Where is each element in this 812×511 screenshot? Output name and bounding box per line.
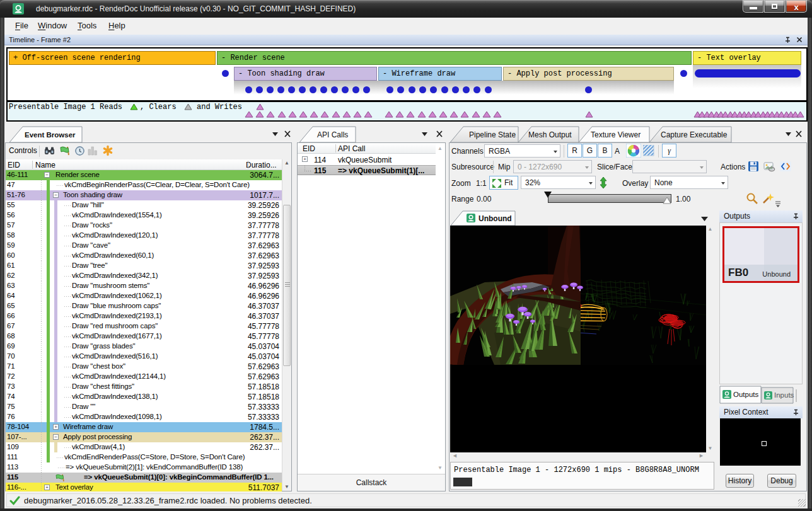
svg-text:Capture Executable: Capture Executable [661,130,728,139]
svg-text:Texture Viewer: Texture Viewer [591,130,641,139]
svg-text:Pipeline State: Pipeline State [469,130,516,139]
svg-text:Mesh Output: Mesh Output [528,130,572,139]
svg-text:Unbound: Unbound [478,214,512,223]
svg-text:API Calls: API Calls [317,130,348,139]
svg-text:Inputs: Inputs [774,391,794,399]
svg-text:Outputs: Outputs [733,391,759,398]
svg-text:Event Browser: Event Browser [25,131,76,139]
